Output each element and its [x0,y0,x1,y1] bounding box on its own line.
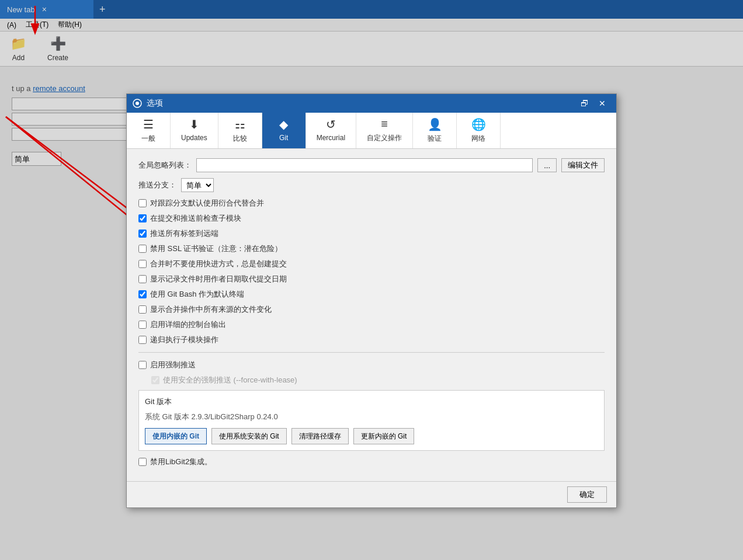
network-tab-label: 网络 [471,134,485,144]
svg-point-4 [136,102,139,105]
git-buttons-row: 使用内嵌的 Git使用系统安装的 Git清理路径缓存更新内嵌的 Git [145,428,598,444]
dialog-tab-updates[interactable]: ⬇Updates [171,113,218,148]
checkbox-row-cb8: 显示合并操作中所有来源的文件变化 [138,304,605,315]
checkbox-cb9[interactable] [138,321,147,329]
general-tab-icon: ☰ [143,117,154,131]
force-push-checkbox[interactable] [138,361,147,369]
git-tab-icon: ◆ [279,117,288,131]
ok-button[interactable]: 确定 [567,486,607,503]
global-ignore-input[interactable] [196,158,533,172]
dialog-tab-mercurial[interactable]: ↺Mercurial [306,113,356,148]
checkbox-label-cb5: 合并时不要使用快进方式，总是创建提交 [150,259,287,269]
checkbox-row-cb9: 启用详细的控制台输出 [138,319,605,330]
mercurial-tab-icon: ↺ [326,117,336,131]
push-branch-label: 推送分支： [138,180,176,190]
dialog-title-bar: 选项 🗗 ✕ [127,94,616,113]
force-push-sub-row: 使用安全的强制推送 (--force-with-lease) [138,375,605,385]
dialog-tab-git[interactable]: ◆Git [262,113,306,148]
dialog-controls: 🗗 ✕ [577,97,610,110]
separator-1 [138,352,605,353]
dialog-tab-network[interactable]: 🌐网络 [457,113,501,148]
updates-tab-icon: ⬇ [189,117,199,131]
checkbox-cb1[interactable] [138,199,147,207]
git-version-info: 系统 Git 版本 2.9.3/LibGit2Sharp 0.24.0 [145,412,598,422]
push-branch-row: 推送分支： 简单 [138,178,605,192]
custom-tab-label: 自定义操作 [367,133,402,143]
dialog-tab-compare[interactable]: ⚏比较 [218,113,262,148]
dialog-title-label: 选项 [147,98,163,109]
checkbox-label-cb9: 启用详细的控制台输出 [150,319,226,330]
git-version-title: Git 版本 [145,396,598,407]
push-branch-select[interactable]: 简单 [181,178,214,192]
edit-file-button[interactable]: 编辑文件 [561,158,605,172]
clear_path-button[interactable]: 清理路径缓存 [291,428,349,444]
checkbox-label-cb6: 显示记录文件时用作者日期取代提交日期 [150,274,287,284]
use_embedded-button[interactable]: 使用内嵌的 Git [145,428,207,444]
global-ignore-label: 全局忽略列表： [138,160,192,171]
checkbox-cb7[interactable] [138,290,147,298]
dialog-tab-general[interactable]: ☰一般 [127,113,171,148]
libgit2-row: 禁用LibGit2集成。 [138,457,605,467]
custom-tab-icon: ≡ [381,117,388,131]
checkbox-cb10[interactable] [138,336,147,344]
checkbox-row-cb2: 在提交和推送前检查子模块 [138,213,605,224]
dialog-body: 全局忽略列表： ... 编辑文件 推送分支： 简单 对跟踪分支默认使用衍合代替合… [127,149,616,481]
checkbox-cb3[interactable] [138,229,147,238]
force-push-row: 启用强制推送 [138,360,605,370]
checkbox-row-cb6: 显示记录文件时用作者日期取代提交日期 [138,274,605,284]
dialog-overlay: 选项 🗗 ✕ ☰一般⬇Updates⚏比较◆Git↺Mercurial≡自定义操… [0,0,743,560]
checkbox-cb6[interactable] [138,275,147,283]
checkbox-row-cb1: 对跟踪分支默认使用衍合代替合并 [138,198,605,208]
checkbox-cb8[interactable] [138,305,147,314]
compare-tab-icon: ⚏ [235,117,245,131]
options-dialog: 选项 🗗 ✕ ☰一般⬇Updates⚏比较◆Git↺Mercurial≡自定义操… [126,93,617,508]
use_system-button[interactable]: 使用系统安装的 Git [211,428,287,444]
dialog-title-text: 选项 [133,98,163,109]
checkbox-cb4[interactable] [138,245,147,253]
force-push-sub-label: 使用安全的强制推送 (--force-with-lease) [163,375,297,385]
git-version-box: Git 版本 系统 Git 版本 2.9.3/LibGit2Sharp 0.24… [138,390,605,451]
mercurial-tab-label: Mercurial [317,134,345,142]
general-tab-label: 一般 [141,134,155,144]
dialog-tab-auth[interactable]: 👤验证 [413,113,457,148]
dots-button[interactable]: ... [537,158,557,172]
checkbox-label-cb3: 推送所有标签到远端 [150,228,218,239]
dialog-title-icon [133,99,142,108]
checkbox-row-cb7: 使用 Git Bash 作为默认终端 [138,289,605,300]
git-tab-label: Git [279,134,288,142]
updates-tab-label: Updates [181,134,207,142]
update_embedded-button[interactable]: 更新内嵌的 Git [353,428,415,444]
checkbox-label-cb2: 在提交和推送前检查子模块 [150,213,241,224]
dialog-close-button[interactable]: ✕ [594,97,610,110]
checkbox-label-cb10: 递归执行子模块操作 [150,335,218,345]
checkbox-cb5[interactable] [138,260,147,268]
dialog-footer: 确定 [127,481,616,507]
compare-tab-label: 比较 [233,134,247,144]
checkboxes-container: 对跟踪分支默认使用衍合代替合并在提交和推送前检查子模块推送所有标签到远端禁用 S… [138,198,605,345]
checkbox-row-cb3: 推送所有标签到远端 [138,228,605,239]
auth-tab-label: 验证 [428,134,442,144]
checkbox-label-cb4: 禁用 SSL 证书验证（注意：潜在危险） [150,244,282,254]
dialog-tabs: ☰一般⬇Updates⚏比较◆Git↺Mercurial≡自定义操作👤验证🌐网络 [127,113,616,149]
checkbox-label-cb8: 显示合并操作中所有来源的文件变化 [150,304,272,315]
force-push-sub-checkbox[interactable] [151,376,159,384]
checkbox-cb2[interactable] [138,214,147,222]
libgit2-label: 禁用LibGit2集成。 [150,457,212,467]
libgit2-checkbox[interactable] [138,458,147,466]
checkbox-row-cb5: 合并时不要使用快进方式，总是创建提交 [138,259,605,269]
dialog-tab-custom[interactable]: ≡自定义操作 [356,113,413,148]
auth-tab-icon: 👤 [428,117,442,131]
checkbox-row-cb4: 禁用 SSL 证书验证（注意：潜在危险） [138,244,605,254]
dialog-minimize-button[interactable]: 🗗 [577,97,593,110]
checkbox-label-cb7: 使用 Git Bash 作为默认终端 [150,289,244,300]
global-ignore-row: 全局忽略列表： ... 编辑文件 [138,158,605,172]
checkbox-row-cb10: 递归执行子模块操作 [138,335,605,345]
force-push-label: 启用强制推送 [150,360,196,370]
network-tab-icon: 🌐 [471,117,486,131]
checkbox-label-cb1: 对跟踪分支默认使用衍合代替合并 [150,198,264,208]
